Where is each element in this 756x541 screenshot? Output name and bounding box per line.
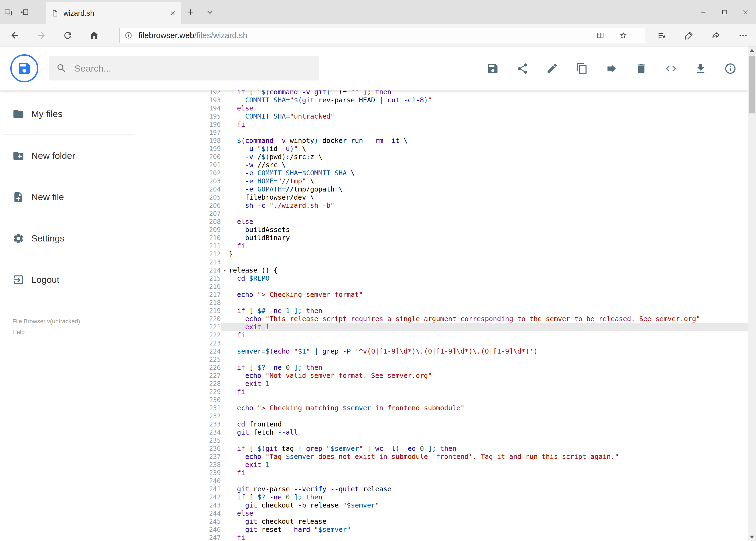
code-line[interactable]: 219 if [ $# -ne 1 ]; then: [137, 307, 748, 315]
code-line[interactable]: 199 -u "$(id -u)" \: [137, 145, 748, 153]
copy-icon[interactable]: [576, 62, 588, 75]
star-icon[interactable]: [619, 31, 627, 39]
page-scrollbar[interactable]: [748, 46, 756, 541]
code-line[interactable]: 221 exit 1: [137, 323, 748, 331]
code-line[interactable]: 223: [137, 339, 748, 347]
site-info-icon[interactable]: [125, 31, 132, 39]
code-line[interactable]: 212}: [137, 250, 748, 258]
home-icon[interactable]: [89, 30, 99, 41]
code-line[interactable]: 222 fi: [137, 331, 748, 339]
code-line[interactable]: 245 git checkout release: [137, 517, 748, 526]
code-line[interactable]: 220 echo "This release script requires a…: [137, 315, 748, 323]
set-aside-icon[interactable]: [20, 8, 29, 17]
code-line[interactable]: 192 if [ "$(command -v git)" != "" ]; th…: [137, 91, 748, 96]
code-line[interactable]: 198 $(command -v winpty) docker run --rm…: [137, 137, 748, 145]
code-line[interactable]: 237 echo "Tag $semver does not exist in …: [137, 453, 748, 461]
code-line[interactable]: 195 COMMIT_SHA="untracked": [137, 112, 748, 121]
code-line[interactable]: 230: [137, 396, 748, 404]
code-line[interactable]: 216: [137, 282, 748, 290]
back-icon[interactable]: [10, 30, 20, 41]
tab-menu-icon[interactable]: [206, 8, 214, 16]
tab-close-icon[interactable]: [169, 10, 176, 17]
info-icon[interactable]: [724, 62, 737, 75]
code-editor[interactable]: 192 if [ "$(command -v git)" != "" ]; th…: [137, 91, 748, 541]
code-line[interactable]: 211 fi: [137, 242, 748, 250]
code-line[interactable]: 204 -e GOPATH=//tmp/gopath \: [137, 185, 748, 194]
code-line[interactable]: 205 filebrowser/dev \: [137, 194, 748, 202]
code-line[interactable]: 218: [137, 299, 748, 307]
code-line[interactable]: 232: [137, 412, 748, 420]
sidebar-item-my-files[interactable]: My files: [0, 93, 137, 135]
code-line[interactable]: 228 exit 1: [137, 380, 748, 388]
scroll-down-button[interactable]: [750, 536, 754, 539]
code-icon[interactable]: [665, 62, 677, 75]
window-minimize-icon[interactable]: [693, 0, 714, 24]
code-line[interactable]: 194 else: [137, 104, 748, 112]
code-line[interactable]: 193 COMMIT_SHA="$(git rev-parse HEAD | c…: [137, 96, 748, 104]
help-link[interactable]: Help: [12, 327, 137, 337]
code-line[interactable]: 233 cd frontend: [137, 420, 748, 428]
download-icon[interactable]: [694, 62, 707, 75]
code-line[interactable]: 200 -v /$(pwd):/src:z \: [137, 153, 748, 161]
move-icon[interactable]: [606, 62, 618, 75]
share-icon[interactable]: [516, 62, 529, 75]
code-line[interactable]: 215 cd $REPO: [137, 274, 748, 282]
hub-icon[interactable]: [657, 31, 667, 40]
tab-preview-icon[interactable]: [4, 8, 13, 17]
code-line[interactable]: 225: [137, 355, 748, 363]
code-line[interactable]: 208 else: [137, 218, 748, 226]
code-line[interactable]: 242 if [ $? -ne 0 ]; then: [137, 493, 748, 501]
code-line[interactable]: 201 -w //src \: [137, 161, 748, 169]
scroll-thumb[interactable]: [749, 56, 755, 114]
code-line[interactable]: 210 buildBinary: [137, 234, 748, 242]
code-line[interactable]: 244 else: [137, 509, 748, 517]
code-line[interactable]: 231 echo "> Checking matching $semver in…: [137, 404, 748, 412]
sidebar-item-new-folder[interactable]: New folder: [0, 135, 137, 176]
search-bar[interactable]: [49, 56, 319, 81]
code-line[interactable]: 246 git reset --hard "$semver": [137, 526, 748, 534]
code-line[interactable]: 247 fi: [137, 534, 748, 541]
code-line[interactable]: 197: [137, 129, 748, 137]
code-line[interactable]: 209 buildAssets: [137, 226, 748, 234]
fold-marker-icon[interactable]: ▾: [221, 266, 229, 274]
code-line[interactable]: 227 echo "Not valid semver format. See s…: [137, 372, 748, 380]
code-line[interactable]: 234 git fetch --all: [137, 428, 748, 436]
window-maximize-icon[interactable]: [714, 0, 735, 24]
code-line[interactable]: 213: [137, 258, 748, 266]
scroll-up-button[interactable]: [750, 49, 754, 52]
code-line[interactable]: 196 fi: [137, 121, 748, 129]
code-line[interactable]: 236 if [ $(git tag | grep "$semver" | wc…: [137, 445, 748, 453]
code-line[interactable]: 238 exit 1: [137, 461, 748, 469]
forward-icon[interactable]: [36, 30, 46, 41]
new-tab-icon[interactable]: [186, 8, 195, 16]
web-note-icon[interactable]: [684, 31, 694, 40]
save-icon[interactable]: [487, 62, 499, 75]
code-line[interactable]: 229 fi: [137, 388, 748, 396]
search-input[interactable]: [74, 63, 312, 74]
window-close-icon[interactable]: [735, 0, 756, 24]
refresh-icon[interactable]: [63, 30, 73, 41]
more-icon[interactable]: [738, 31, 748, 40]
code-line[interactable]: 206 sh -c "./wizard.sh -b": [137, 202, 748, 210]
code-line[interactable]: 235: [137, 436, 748, 445]
code-line[interactable]: 207: [137, 210, 748, 218]
code-line[interactable]: 240: [137, 477, 748, 485]
address-bar[interactable]: filebrowser.web/files/wizard.sh: [119, 28, 645, 43]
sidebar-item-settings[interactable]: Settings: [0, 218, 137, 259]
app-logo[interactable]: [10, 54, 38, 82]
code-line[interactable]: 214▾release () {: [137, 266, 748, 274]
code-line[interactable]: 203 -e HOME="//tmp" \: [137, 177, 748, 185]
delete-icon[interactable]: [635, 62, 647, 75]
sidebar-item-logout[interactable]: Logout: [0, 259, 137, 300]
code-line[interactable]: 239 fi: [137, 469, 748, 477]
sidebar-item-new-file[interactable]: New file: [0, 176, 137, 218]
code-line[interactable]: 224 semver=$(echo "$1" | grep -P '^v(0|[…: [137, 347, 748, 355]
code-line[interactable]: 202 -e COMMIT_SHA=$COMMIT_SHA \: [137, 169, 748, 177]
reading-view-icon[interactable]: [596, 31, 604, 39]
browser-tab[interactable]: wizard.sh: [46, 2, 181, 24]
code-line[interactable]: 243 git checkout -b release "$semver": [137, 501, 748, 509]
edit-icon[interactable]: [546, 62, 559, 75]
code-line[interactable]: 217 echo "> Checking semver format": [137, 290, 748, 299]
code-line[interactable]: 241 git rev-parse --verify --quiet relea…: [137, 485, 748, 493]
code-line[interactable]: 226 if [ $? -ne 0 ]; then: [137, 363, 748, 372]
